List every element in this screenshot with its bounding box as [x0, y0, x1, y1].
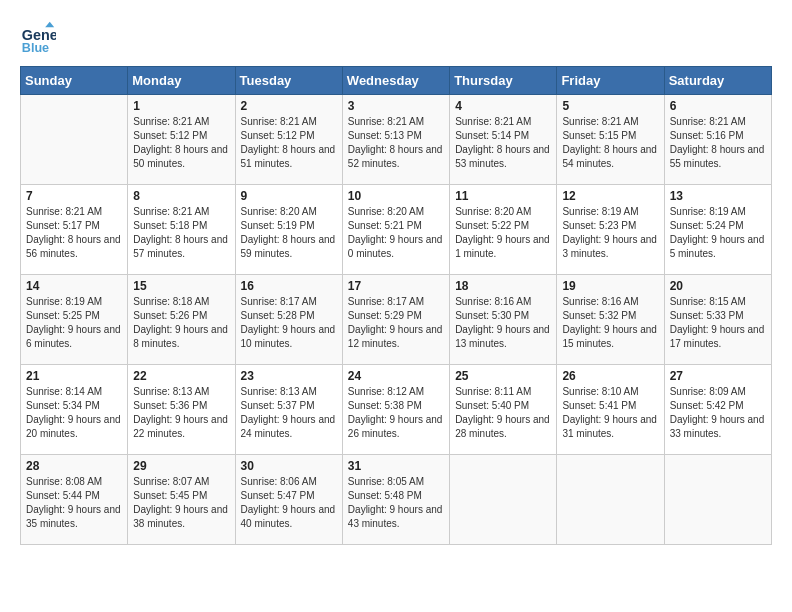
day-info: Sunrise: 8:21 AMSunset: 5:18 PMDaylight:…	[133, 205, 229, 261]
day-info: Sunrise: 8:15 AMSunset: 5:33 PMDaylight:…	[670, 295, 766, 351]
calendar-week-row: 7Sunrise: 8:21 AMSunset: 5:17 PMDaylight…	[21, 185, 772, 275]
day-number: 5	[562, 99, 658, 113]
weekday-header-cell: Wednesday	[342, 67, 449, 95]
day-info: Sunrise: 8:13 AMSunset: 5:36 PMDaylight:…	[133, 385, 229, 441]
logo-icon: General Blue	[20, 20, 56, 56]
calendar-cell: 27Sunrise: 8:09 AMSunset: 5:42 PMDayligh…	[664, 365, 771, 455]
day-info: Sunrise: 8:14 AMSunset: 5:34 PMDaylight:…	[26, 385, 122, 441]
calendar-week-row: 1Sunrise: 8:21 AMSunset: 5:12 PMDaylight…	[21, 95, 772, 185]
day-info: Sunrise: 8:21 AMSunset: 5:12 PMDaylight:…	[241, 115, 337, 171]
day-number: 12	[562, 189, 658, 203]
calendar-cell: 21Sunrise: 8:14 AMSunset: 5:34 PMDayligh…	[21, 365, 128, 455]
day-info: Sunrise: 8:21 AMSunset: 5:16 PMDaylight:…	[670, 115, 766, 171]
weekday-header-cell: Monday	[128, 67, 235, 95]
day-info: Sunrise: 8:20 AMSunset: 5:19 PMDaylight:…	[241, 205, 337, 261]
calendar-cell: 2Sunrise: 8:21 AMSunset: 5:12 PMDaylight…	[235, 95, 342, 185]
calendar-cell: 11Sunrise: 8:20 AMSunset: 5:22 PMDayligh…	[450, 185, 557, 275]
calendar-cell: 8Sunrise: 8:21 AMSunset: 5:18 PMDaylight…	[128, 185, 235, 275]
calendar-body: 1Sunrise: 8:21 AMSunset: 5:12 PMDaylight…	[21, 95, 772, 545]
calendar-week-row: 14Sunrise: 8:19 AMSunset: 5:25 PMDayligh…	[21, 275, 772, 365]
day-number: 11	[455, 189, 551, 203]
calendar-cell: 14Sunrise: 8:19 AMSunset: 5:25 PMDayligh…	[21, 275, 128, 365]
day-number: 2	[241, 99, 337, 113]
day-info: Sunrise: 8:19 AMSunset: 5:25 PMDaylight:…	[26, 295, 122, 351]
day-info: Sunrise: 8:12 AMSunset: 5:38 PMDaylight:…	[348, 385, 444, 441]
day-info: Sunrise: 8:21 AMSunset: 5:14 PMDaylight:…	[455, 115, 551, 171]
day-number: 25	[455, 369, 551, 383]
calendar-cell: 19Sunrise: 8:16 AMSunset: 5:32 PMDayligh…	[557, 275, 664, 365]
day-info: Sunrise: 8:20 AMSunset: 5:21 PMDaylight:…	[348, 205, 444, 261]
weekday-header-cell: Sunday	[21, 67, 128, 95]
calendar-cell: 4Sunrise: 8:21 AMSunset: 5:14 PMDaylight…	[450, 95, 557, 185]
day-info: Sunrise: 8:06 AMSunset: 5:47 PMDaylight:…	[241, 475, 337, 531]
day-number: 10	[348, 189, 444, 203]
day-number: 4	[455, 99, 551, 113]
day-number: 7	[26, 189, 122, 203]
day-info: Sunrise: 8:21 AMSunset: 5:17 PMDaylight:…	[26, 205, 122, 261]
svg-text:Blue: Blue	[22, 41, 49, 55]
day-info: Sunrise: 8:19 AMSunset: 5:24 PMDaylight:…	[670, 205, 766, 261]
calendar-cell: 24Sunrise: 8:12 AMSunset: 5:38 PMDayligh…	[342, 365, 449, 455]
svg-text:General: General	[22, 27, 56, 43]
calendar-cell: 20Sunrise: 8:15 AMSunset: 5:33 PMDayligh…	[664, 275, 771, 365]
calendar-cell: 6Sunrise: 8:21 AMSunset: 5:16 PMDaylight…	[664, 95, 771, 185]
svg-marker-2	[45, 22, 54, 27]
calendar-cell	[21, 95, 128, 185]
day-info: Sunrise: 8:19 AMSunset: 5:23 PMDaylight:…	[562, 205, 658, 261]
calendar-cell: 5Sunrise: 8:21 AMSunset: 5:15 PMDaylight…	[557, 95, 664, 185]
day-number: 31	[348, 459, 444, 473]
day-info: Sunrise: 8:09 AMSunset: 5:42 PMDaylight:…	[670, 385, 766, 441]
day-number: 22	[133, 369, 229, 383]
day-number: 3	[348, 99, 444, 113]
day-info: Sunrise: 8:11 AMSunset: 5:40 PMDaylight:…	[455, 385, 551, 441]
day-info: Sunrise: 8:05 AMSunset: 5:48 PMDaylight:…	[348, 475, 444, 531]
weekday-header-cell: Tuesday	[235, 67, 342, 95]
calendar-cell	[664, 455, 771, 545]
weekday-header-cell: Thursday	[450, 67, 557, 95]
calendar-cell: 29Sunrise: 8:07 AMSunset: 5:45 PMDayligh…	[128, 455, 235, 545]
calendar-cell: 28Sunrise: 8:08 AMSunset: 5:44 PMDayligh…	[21, 455, 128, 545]
calendar-cell: 10Sunrise: 8:20 AMSunset: 5:21 PMDayligh…	[342, 185, 449, 275]
logo: General Blue	[20, 20, 56, 56]
calendar-week-row: 28Sunrise: 8:08 AMSunset: 5:44 PMDayligh…	[21, 455, 772, 545]
day-number: 14	[26, 279, 122, 293]
day-number: 8	[133, 189, 229, 203]
calendar-cell: 15Sunrise: 8:18 AMSunset: 5:26 PMDayligh…	[128, 275, 235, 365]
calendar-cell: 26Sunrise: 8:10 AMSunset: 5:41 PMDayligh…	[557, 365, 664, 455]
day-info: Sunrise: 8:20 AMSunset: 5:22 PMDaylight:…	[455, 205, 551, 261]
calendar-cell	[450, 455, 557, 545]
day-info: Sunrise: 8:07 AMSunset: 5:45 PMDaylight:…	[133, 475, 229, 531]
calendar-cell	[557, 455, 664, 545]
day-number: 30	[241, 459, 337, 473]
calendar-cell: 18Sunrise: 8:16 AMSunset: 5:30 PMDayligh…	[450, 275, 557, 365]
day-info: Sunrise: 8:16 AMSunset: 5:30 PMDaylight:…	[455, 295, 551, 351]
day-info: Sunrise: 8:17 AMSunset: 5:28 PMDaylight:…	[241, 295, 337, 351]
calendar-cell: 7Sunrise: 8:21 AMSunset: 5:17 PMDaylight…	[21, 185, 128, 275]
day-info: Sunrise: 8:17 AMSunset: 5:29 PMDaylight:…	[348, 295, 444, 351]
calendar-cell: 17Sunrise: 8:17 AMSunset: 5:29 PMDayligh…	[342, 275, 449, 365]
day-number: 18	[455, 279, 551, 293]
day-number: 1	[133, 99, 229, 113]
calendar-cell: 1Sunrise: 8:21 AMSunset: 5:12 PMDaylight…	[128, 95, 235, 185]
calendar-week-row: 21Sunrise: 8:14 AMSunset: 5:34 PMDayligh…	[21, 365, 772, 455]
day-number: 29	[133, 459, 229, 473]
day-info: Sunrise: 8:08 AMSunset: 5:44 PMDaylight:…	[26, 475, 122, 531]
day-number: 28	[26, 459, 122, 473]
day-number: 26	[562, 369, 658, 383]
day-number: 17	[348, 279, 444, 293]
day-number: 19	[562, 279, 658, 293]
day-number: 15	[133, 279, 229, 293]
day-number: 6	[670, 99, 766, 113]
day-info: Sunrise: 8:21 AMSunset: 5:15 PMDaylight:…	[562, 115, 658, 171]
calendar-cell: 13Sunrise: 8:19 AMSunset: 5:24 PMDayligh…	[664, 185, 771, 275]
calendar-cell: 25Sunrise: 8:11 AMSunset: 5:40 PMDayligh…	[450, 365, 557, 455]
day-number: 24	[348, 369, 444, 383]
calendar-cell: 12Sunrise: 8:19 AMSunset: 5:23 PMDayligh…	[557, 185, 664, 275]
day-info: Sunrise: 8:10 AMSunset: 5:41 PMDaylight:…	[562, 385, 658, 441]
calendar-cell: 31Sunrise: 8:05 AMSunset: 5:48 PMDayligh…	[342, 455, 449, 545]
day-number: 9	[241, 189, 337, 203]
day-number: 16	[241, 279, 337, 293]
day-number: 13	[670, 189, 766, 203]
day-number: 27	[670, 369, 766, 383]
weekday-header-cell: Friday	[557, 67, 664, 95]
